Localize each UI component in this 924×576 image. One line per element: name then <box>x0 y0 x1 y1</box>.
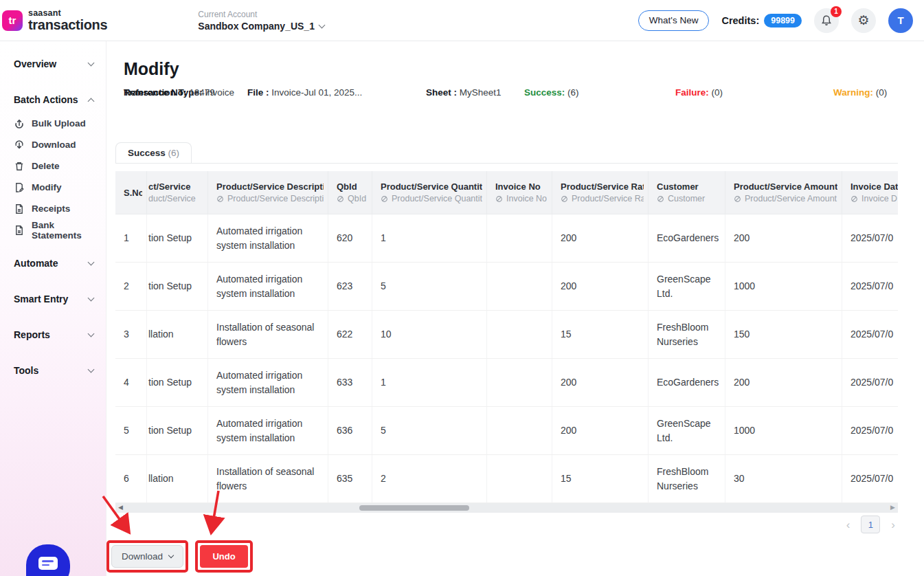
sidebar-item-batch-actions[interactable]: Batch Actions <box>0 87 106 113</box>
brand-logo: tr <box>2 10 23 31</box>
column-title: Customer <box>657 181 721 192</box>
credits-label: Credits: <box>721 15 759 26</box>
sidebar-item-receipts[interactable]: Receipts <box>0 198 106 219</box>
table-cell-amount: 200 <box>725 359 842 406</box>
table-row: 2tion SetupAutomated irrigation system i… <box>115 263 898 311</box>
tab-success[interactable]: Success (6) <box>115 142 192 163</box>
notification-badge: 1 <box>831 6 842 17</box>
link-icon <box>337 195 344 203</box>
table-cell-product: tion Setup <box>147 263 208 310</box>
main-content: Modify Transaction Type: Invoice Referen… <box>106 41 924 576</box>
sidebar-item-label: Bank Statements <box>32 220 93 241</box>
file-icon <box>14 203 25 214</box>
chevron-down-icon <box>318 21 325 28</box>
column-mapping: Customer <box>657 194 721 203</box>
bell-icon <box>820 14 833 27</box>
column-mapping: Product/Service Amount <box>734 194 837 203</box>
table-cell-invoice_date: 2025/07/0 <box>842 407 898 454</box>
sidebar-item-delete[interactable]: Delete <box>0 155 106 177</box>
table-cell-invoice_date: 2025/07/0 <box>842 263 898 310</box>
table-header-row: S.Noct/Serviceduct/ServiceProduct/Servic… <box>115 171 898 214</box>
link-icon <box>850 195 858 203</box>
table-cell-invoice_no <box>487 359 552 406</box>
pagination-page-1[interactable]: 1 <box>861 516 880 533</box>
table-cell-invoice_date: 2025/07/0 <box>842 359 898 406</box>
column-title: Product/Service Quantity <box>381 181 482 192</box>
sidebar-item-download[interactable]: Download <box>0 134 106 155</box>
scroll-left-icon[interactable]: ◀ <box>118 504 123 511</box>
account-switcher[interactable]: Current Account Sandbox Company_US_1 <box>198 10 324 32</box>
sidebar-item-modify[interactable]: Modify <box>0 177 106 198</box>
download-button-label: Download <box>122 551 163 562</box>
column-mapping: Invoice No <box>495 194 548 203</box>
credits-value-pill: 99899 <box>764 14 802 27</box>
sidebar-item-overview[interactable]: Overview <box>0 51 106 77</box>
download-button[interactable]: Download <box>111 545 183 568</box>
table-cell-customer: GreenScape Ltd. <box>649 407 725 454</box>
table-cell-quantity: 2 <box>372 455 487 502</box>
table-cell-product: tion Setup <box>147 407 208 454</box>
table-cell-invoice_no <box>487 263 552 310</box>
column-header-invoice_no: Invoice NoInvoice No <box>487 171 552 214</box>
sidebar-item-label: Receipts <box>32 203 70 214</box>
horizontal-scrollbar[interactable]: ◀ ▶ <box>115 503 898 513</box>
sidebar-item-label: Bulk Upload <box>32 118 86 129</box>
sidebar-item-tools[interactable]: Tools <box>0 357 106 384</box>
whats-new-button[interactable]: What's New <box>638 10 710 31</box>
table-row: 6llationInstallation of seasonal flowers… <box>115 455 898 503</box>
sidebar-item-reports[interactable]: Reports <box>0 322 106 348</box>
pagination-prev-icon[interactable]: ‹ <box>846 519 850 531</box>
actions-bar: Download Undo <box>106 540 253 573</box>
scrollbar-thumb[interactable] <box>359 505 469 511</box>
download-icon <box>14 140 25 151</box>
table-cell-sno: 4 <box>115 359 147 406</box>
sidebar-item-smart-entry[interactable]: Smart Entry <box>0 286 106 312</box>
sidebar-item-bulk-upload[interactable]: Bulk Upload <box>0 113 106 134</box>
brand-logo-text: tr <box>9 14 16 26</box>
sidebar-item-bank-statements[interactable]: Bank Statements <box>0 219 106 241</box>
column-mapping: Invoice D <box>850 194 898 203</box>
link-icon <box>561 195 568 203</box>
upload-icon <box>14 118 25 129</box>
gear-icon: ⚙ <box>857 14 869 27</box>
sidebar-item-label: Modify <box>32 182 62 192</box>
account-label: Current Account <box>198 10 324 19</box>
scroll-right-icon[interactable]: ▶ <box>890 504 895 511</box>
table-row: 5tion SetupAutomated irrigation system i… <box>115 407 898 455</box>
sidebar-item-automate[interactable]: Automate <box>0 250 106 276</box>
table-cell-invoice_no <box>487 311 552 358</box>
column-title: QbId <box>337 181 368 192</box>
chevron-down-icon <box>88 259 95 266</box>
pagination: ‹ 1 › <box>846 516 895 533</box>
edit-file-icon <box>14 182 25 193</box>
table-cell-sno: 3 <box>115 311 147 358</box>
column-mapping: duct/Service <box>148 194 203 203</box>
table-cell-rate: 200 <box>552 263 649 310</box>
table-cell-product: llation <box>147 311 208 358</box>
pagination-next-icon[interactable]: › <box>891 519 895 531</box>
table-cell-customer: EcoGardeners <box>649 359 725 406</box>
table-cell-rate: 15 <box>552 311 649 358</box>
success-count: Success: (6) <box>524 87 579 98</box>
chat-bubble-icon <box>38 557 58 570</box>
file-icon <box>14 225 25 236</box>
avatar[interactable]: T <box>888 8 913 33</box>
table-cell-invoice_no <box>487 455 552 502</box>
table-cell-amount: 30 <box>725 455 842 502</box>
table-cell-rate: 200 <box>552 214 649 262</box>
table-cell-quantity: 5 <box>372 263 487 310</box>
table-cell-invoice_date: 2025/07/0 <box>842 311 898 358</box>
column-header-quantity: Product/Service QuantityProduct/Service … <box>372 171 487 214</box>
settings-button[interactable]: ⚙ <box>851 8 876 33</box>
column-title: S.No <box>124 188 142 198</box>
link-icon <box>381 195 388 203</box>
column-mapping: QbId <box>337 194 368 203</box>
column-header-sno: S.No <box>115 171 147 214</box>
column-header-product: ct/Serviceduct/Service <box>147 171 208 214</box>
trash-icon <box>14 161 25 172</box>
undo-button[interactable]: Undo <box>200 545 248 568</box>
table-cell-rate: 200 <box>552 407 649 454</box>
notifications-button[interactable]: 1 <box>814 8 839 33</box>
column-mapping: Product/Service Rate <box>561 194 644 203</box>
column-title: Product/Service Rate <box>561 181 644 192</box>
